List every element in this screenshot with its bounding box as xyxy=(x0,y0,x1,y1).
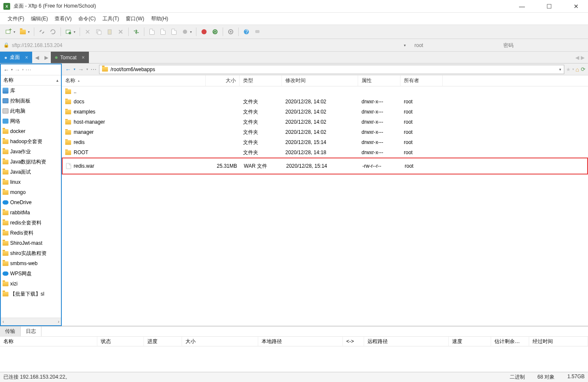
menu-view[interactable]: 查看(V) xyxy=(52,14,74,23)
remote-back-icon[interactable]: ← xyxy=(64,66,72,73)
tab-next-icon[interactable]: ▶ xyxy=(41,52,51,63)
col-owner[interactable]: 所有者 xyxy=(400,75,443,86)
col-type[interactable]: 类型 xyxy=(240,75,282,86)
local-item[interactable]: Redis资料 xyxy=(1,228,61,238)
address-url[interactable]: sftp://192.168.153.204 xyxy=(12,42,401,48)
doc1-icon[interactable] xyxy=(147,27,157,37)
tab-desktop-close-icon[interactable]: × xyxy=(25,55,28,61)
scroll-left-icon[interactable]: ‹ xyxy=(3,319,4,324)
local-file-list[interactable]: 库控制面板此电脑网络dockerhadoop全套资Java作业Java数据结构资… xyxy=(1,86,61,318)
remote-row[interactable]: redis 文件夹 2020/12/28, 15:14 drwxr-x--- r… xyxy=(62,137,588,147)
sync-icon[interactable] xyxy=(210,27,220,37)
local-item[interactable]: 控制面板 xyxy=(1,96,61,106)
maximize-button[interactable]: ☐ xyxy=(541,3,558,10)
local-back-icon[interactable]: ← xyxy=(3,66,10,73)
settings-icon[interactable] xyxy=(226,27,236,37)
tab-prev-icon[interactable]: ◀ xyxy=(32,52,41,63)
tab-desktop[interactable]: ● 桌面 × xyxy=(0,52,32,63)
bookmark-icon[interactable]: ★ xyxy=(566,66,571,72)
xshell-icon[interactable] xyxy=(199,27,209,37)
doc3-icon[interactable] xyxy=(169,27,179,37)
local-item[interactable]: 【批量下载】sl xyxy=(1,289,61,299)
menu-edit[interactable]: 编辑(E) xyxy=(28,14,50,23)
scroll-right-icon[interactable]: › xyxy=(58,319,59,324)
remote-file-list[interactable]: .. docs 文件夹 2020/12/28, 14:02 drwxr-x---… xyxy=(62,86,588,326)
doc2-icon[interactable] xyxy=(158,27,168,37)
password-input[interactable] xyxy=(503,41,571,50)
remote-row[interactable]: examples 文件夹 2020/12/28, 14:02 drwxr-x--… xyxy=(62,107,588,117)
xfer-col-speed[interactable]: 速度 xyxy=(449,337,491,346)
new-folder-icon[interactable] xyxy=(63,27,74,37)
xfer-col-local[interactable]: 本地路径 xyxy=(258,337,343,346)
remote-row[interactable]: docs 文件夹 2020/12/28, 14:02 drwxr-x--- ro… xyxy=(62,97,588,107)
local-item[interactable]: hadoop全套资 xyxy=(1,136,61,147)
new-session-icon[interactable]: + xyxy=(3,27,14,37)
local-item[interactable]: shiro实战教程资 xyxy=(1,248,61,258)
tab-scroll-right-icon[interactable]: ▶ xyxy=(581,55,585,61)
remote-row[interactable]: ROOT 文件夹 2020/12/28, 14:18 drwxr-x--- ro… xyxy=(62,147,588,158)
local-forward-icon[interactable]: → xyxy=(14,66,21,73)
menu-tool[interactable]: 工具(T) xyxy=(100,14,121,23)
local-item[interactable]: mongo xyxy=(1,187,61,197)
paste-icon[interactable] xyxy=(105,27,115,37)
local-item[interactable]: 此电脑 xyxy=(1,106,61,116)
col-name[interactable]: 名称 xyxy=(62,75,206,86)
local-item[interactable]: Java作业 xyxy=(1,147,61,157)
home-icon[interactable]: ⌂ xyxy=(576,66,579,73)
tab-tomcat-close-icon[interactable]: × xyxy=(82,55,85,61)
help-icon[interactable]: ? xyxy=(241,27,251,37)
remote-path-input[interactable]: /root/tom6/webapps ▾ xyxy=(99,65,564,74)
col-size[interactable]: 大小 xyxy=(206,75,240,86)
col-attr[interactable]: 属性 xyxy=(358,75,400,86)
open-icon[interactable] xyxy=(18,27,28,37)
link-icon[interactable] xyxy=(37,27,47,37)
xfer-col-elapsed[interactable]: 经过时间 xyxy=(529,337,588,346)
xfer-col-status[interactable]: 状态 xyxy=(97,337,144,346)
local-item[interactable]: redis全套资料 xyxy=(1,218,61,228)
local-item[interactable]: Java面试 xyxy=(1,167,61,177)
menu-window[interactable]: 窗口(W) xyxy=(123,14,146,23)
local-item[interactable]: 网络 xyxy=(1,116,61,126)
local-item[interactable]: linux xyxy=(1,177,61,187)
delete-icon[interactable] xyxy=(116,27,126,37)
local-item[interactable]: xizi xyxy=(1,279,61,289)
local-item[interactable]: Java数据结构资 xyxy=(1,157,61,167)
remote-row[interactable]: manager 文件夹 2020/12/28, 14:02 drwxr-x---… xyxy=(62,127,588,137)
local-item[interactable]: OneDrive xyxy=(1,197,61,208)
close-button[interactable]: ✕ xyxy=(568,3,585,10)
xfer-col-eta[interactable]: 估计剩余… xyxy=(491,337,529,346)
remote-row[interactable]: redis.war 25.31MB WAR 文件 2020/12/28, 15:… xyxy=(62,158,588,174)
tab-scroll-left-icon[interactable]: ◀ xyxy=(575,55,579,61)
tab-log[interactable]: 日志 xyxy=(21,327,41,336)
xfer-col-size[interactable]: 大小 xyxy=(182,337,258,346)
menu-help[interactable]: 帮助(H) xyxy=(149,14,171,23)
reconnect-icon[interactable] xyxy=(48,27,58,37)
copy-icon[interactable] xyxy=(94,27,104,37)
remote-row[interactable]: host-manager 文件夹 2020/12/28, 14:02 drwxr… xyxy=(62,117,588,127)
menu-file[interactable]: 文件(F) xyxy=(5,14,27,23)
stop-icon[interactable] xyxy=(180,27,190,37)
local-scrollbar[interactable]: ‹ › xyxy=(1,318,61,325)
local-item[interactable]: smbms-web xyxy=(1,258,61,269)
tab-transfer[interactable]: 传输 xyxy=(0,327,21,336)
xfer-col-name[interactable]: 名称 xyxy=(0,337,97,346)
menu-command[interactable]: 命令(C) xyxy=(76,14,98,23)
transfer-icon[interactable] xyxy=(131,27,141,37)
col-date[interactable]: 修改时间 xyxy=(282,75,358,86)
local-up-icon[interactable]: ⋯ xyxy=(25,66,32,73)
remote-row[interactable]: .. xyxy=(62,86,588,97)
chat-icon[interactable] xyxy=(252,27,262,37)
local-column-header[interactable]: 名称 ▴ xyxy=(1,75,61,86)
address-dropdown-icon[interactable]: ▾ xyxy=(404,43,406,47)
xfer-col-progress[interactable]: 进度 xyxy=(144,337,182,346)
tab-tomcat[interactable]: Tomcat × xyxy=(51,52,89,63)
local-item[interactable]: docker xyxy=(1,126,61,136)
path-dropdown-icon[interactable]: ▾ xyxy=(559,67,561,72)
local-item[interactable]: rabbitMa xyxy=(1,208,61,218)
cut-icon[interactable] xyxy=(83,27,93,37)
xfer-col-remote[interactable]: 远程路径 xyxy=(364,337,449,346)
local-item[interactable]: WPS网盘 xyxy=(1,269,61,279)
refresh-icon[interactable]: ⟳ xyxy=(581,66,585,72)
remote-forward-icon[interactable]: → xyxy=(77,66,85,73)
username-input[interactable] xyxy=(414,41,495,50)
